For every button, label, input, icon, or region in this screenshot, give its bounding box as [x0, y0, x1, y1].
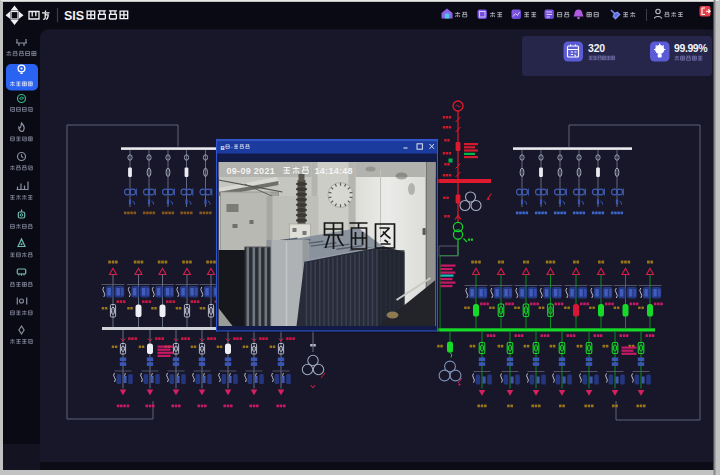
- svg-text:B: B: [221, 145, 225, 151]
- svg-text:14:14:48: 14:14:48: [315, 166, 353, 176]
- svg-text:99.99%: 99.99%: [674, 42, 708, 54]
- svg-text:SIS: SIS: [64, 9, 84, 23]
- svg-text:320: 320: [588, 42, 605, 54]
- svg-text:09-09 2021: 09-09 2021: [227, 166, 276, 176]
